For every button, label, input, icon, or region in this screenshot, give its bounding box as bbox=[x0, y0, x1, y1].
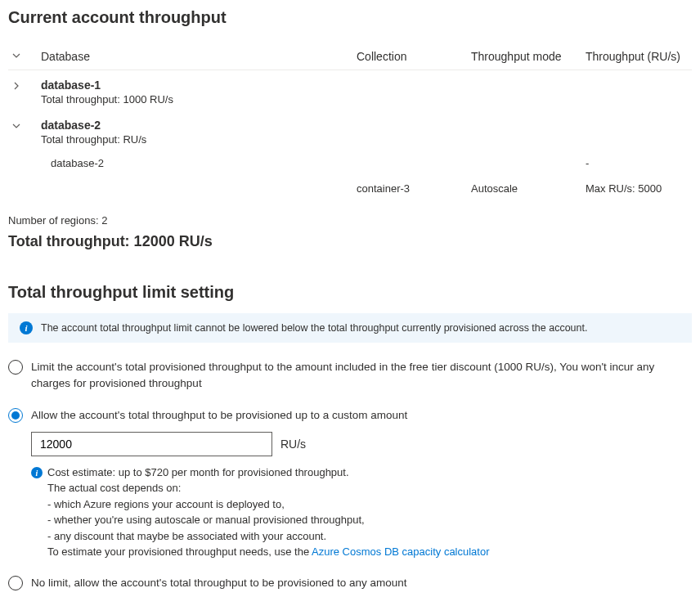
cost-line: To estimate your provisioned throughput … bbox=[47, 545, 312, 558]
row-database: database-2 bbox=[41, 157, 357, 169]
expand-column-header[interactable] bbox=[8, 50, 41, 63]
radio-button[interactable] bbox=[8, 408, 23, 423]
cost-line: - whether you're using autoscale or manu… bbox=[47, 512, 692, 528]
cost-line: Cost estimate: up to $720 per month for … bbox=[47, 466, 349, 478]
limit-section-title: Total throughput limit setting bbox=[8, 283, 692, 302]
row-mode: Autoscale bbox=[471, 182, 586, 195]
database-subtext: Total throughput: RU/s bbox=[41, 133, 357, 146]
info-icon: i bbox=[31, 467, 43, 478]
chevron-down-icon[interactable] bbox=[8, 120, 25, 133]
info-banner-text: The account total throughput limit canno… bbox=[41, 322, 587, 334]
database-subtext: Total throughput: 1000 RU/s bbox=[41, 93, 357, 105]
cost-estimate: iCost estimate: up to $720 per month for… bbox=[31, 465, 692, 560]
database-name: database-1 bbox=[41, 79, 357, 92]
table-header: Database Collection Throughput mode Thro… bbox=[8, 43, 692, 70]
radio-option-custom[interactable]: Allow the account's total throughput to … bbox=[8, 407, 692, 560]
radio-button[interactable] bbox=[8, 576, 23, 590]
radio-option-free-tier[interactable]: Limit the account's total provisioned th… bbox=[8, 359, 692, 393]
database-name: database-2 bbox=[41, 119, 357, 132]
radio-label: Allow the account's total throughput to … bbox=[31, 407, 692, 424]
table-row: container-3 Autoscale Max RU/s: 5000 bbox=[8, 176, 692, 201]
mode-column-header[interactable]: Throughput mode bbox=[471, 50, 586, 63]
page-title: Current account throughput bbox=[8, 8, 692, 27]
throughput-column-header[interactable]: Throughput (RU/s) bbox=[586, 50, 692, 63]
row-collection: container-3 bbox=[357, 182, 471, 195]
custom-throughput-input[interactable] bbox=[31, 432, 272, 456]
cost-line: The actual cost depends on: bbox=[47, 480, 692, 496]
info-banner: i The account total throughput limit can… bbox=[8, 313, 692, 343]
info-icon: i bbox=[20, 321, 33, 334]
row-throughput: - bbox=[586, 157, 692, 169]
database-row[interactable]: database-2 Total throughput: RU/s bbox=[8, 110, 692, 150]
table-row: database-2 - bbox=[8, 150, 692, 176]
chevron-down-icon[interactable] bbox=[8, 50, 25, 63]
custom-throughput-unit: RU/s bbox=[280, 438, 306, 451]
database-column-header[interactable]: Database bbox=[41, 50, 357, 63]
cost-line: - any discount that maybe be associated … bbox=[47, 528, 692, 545]
total-throughput: Total throughput: 12000 RU/s bbox=[8, 233, 692, 250]
chevron-right-icon[interactable] bbox=[8, 80, 25, 93]
radio-label: No limit, allow the account's total thro… bbox=[31, 575, 692, 591]
radio-button[interactable] bbox=[8, 360, 23, 375]
capacity-calculator-link[interactable]: Azure Cosmos DB capacity calculator bbox=[312, 545, 489, 558]
database-row[interactable]: database-1 Total throughput: 1000 RU/s bbox=[8, 70, 692, 110]
collection-column-header[interactable]: Collection bbox=[357, 50, 471, 63]
cost-line: - which Azure regions your account is de… bbox=[47, 496, 692, 513]
radio-label: Limit the account's total provisioned th… bbox=[31, 359, 692, 393]
radio-option-no-limit[interactable]: No limit, allow the account's total thro… bbox=[8, 575, 692, 591]
regions-count: Number of regions: 2 bbox=[8, 214, 692, 227]
row-throughput: Max RU/s: 5000 bbox=[586, 182, 692, 195]
